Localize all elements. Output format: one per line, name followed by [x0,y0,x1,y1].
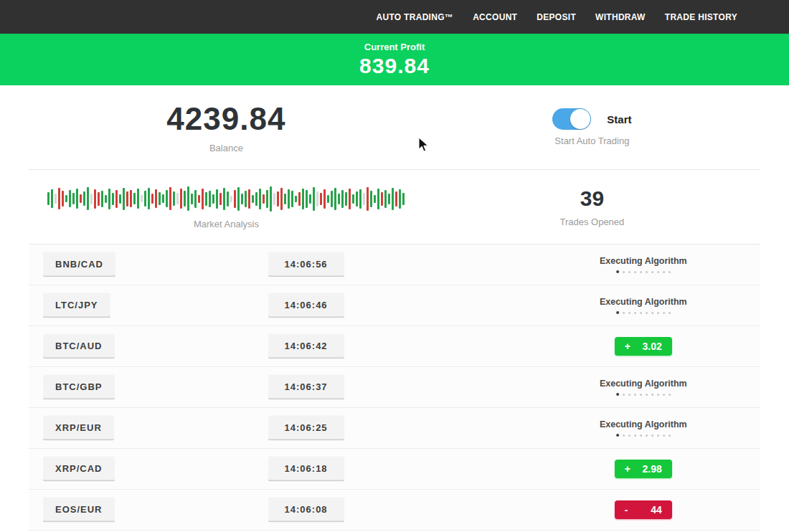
chart-bar [392,188,394,210]
chart-bar [280,188,283,210]
progress-dot [651,312,653,314]
result-amount: 2.98 [643,463,662,475]
progress-dot [651,271,653,273]
executing-algorithm-label: Executing Algorithm [600,379,687,389]
chart-bar [367,187,369,211]
trade-row: XRP/EUR 14:06:25 Executing Algorithm [29,408,760,449]
progress-dot [646,394,648,396]
progress-dot [634,394,636,396]
progress-dot [663,394,665,396]
nav-item-account[interactable]: ACCOUNT [473,12,517,22]
progress-dot [623,394,625,396]
chart-bar [295,196,297,202]
nav-item-auto-trading[interactable]: AUTO TRADING™ [376,12,453,22]
chart-bar [309,194,311,204]
progress-dot [628,312,630,314]
chart-bar [302,189,304,209]
pair-badge: LTC/JPY [43,293,110,318]
progress-dot [668,312,671,314]
chart-bar [341,190,344,208]
chart-bar [241,194,243,204]
chart-bar [363,193,365,205]
chart-bar [58,188,60,209]
chart-bar [273,193,275,205]
chart-bar [101,191,103,207]
balance-label: Balance [209,143,243,153]
progress-dots [616,393,671,396]
pair-badge: EOS/EUR [43,498,115,523]
chart-bar [166,190,168,207]
chart-bar [277,191,279,206]
chart-bar [219,193,222,205]
pair-badge: BTC/GBP [43,375,115,400]
progress-dot [640,394,642,396]
chart-bar [162,194,164,203]
chart-bar [80,194,82,203]
progress-dot [646,434,648,437]
trade-time: 14:06:18 [268,457,344,482]
chart-bar [323,189,326,209]
progress-dot [616,393,619,396]
chart-bar [148,188,150,209]
chart-bar [306,190,308,208]
nav-item-withdraw[interactable]: WITHDRAW [595,12,646,22]
trades-opened-value: 39 [580,186,604,211]
chart-bar [112,193,114,205]
chart-bar [198,195,200,203]
progress-dot [663,434,665,437]
chart-bar [395,191,397,206]
progress-dot [646,312,648,314]
chart-bar [345,192,347,206]
chart-bar [105,195,107,203]
chart-bar [237,187,240,211]
chart-bar [245,191,247,207]
chart-bar [209,191,211,207]
progress-dot [651,394,653,396]
chart-bar [313,187,315,211]
chart-bar [98,192,100,206]
chart-bar [119,194,121,204]
chart-bar [327,195,329,203]
chart-bar [159,192,161,205]
progress-dot [663,312,665,314]
chart-bar [402,193,405,205]
progress-dot [657,394,659,396]
chart-bar [331,191,333,207]
chart-bar [126,191,128,206]
nav-item-trade-history[interactable]: TRADE HISTORY [665,12,737,22]
toggle-knob [570,109,590,129]
trade-status-executing: Executing Algorithm [600,297,687,314]
chart-bar [202,189,204,209]
pair-badge: XRP/EUR [43,416,114,441]
trade-time: 14:06:25 [268,416,344,441]
trade-row: BTC/GBP 14:06:37 Executing Algorithm [29,367,760,408]
auto-trading-label: Start Auto Trading [554,136,629,146]
progress-dots [616,311,671,314]
progress-dot [628,434,630,437]
chart-bar [399,189,401,209]
balance-value: 4239.84 [166,101,285,137]
chart-bar [194,190,197,208]
progress-dots [616,434,671,437]
trade-time: 14:06:08 [268,498,344,523]
chart-bar [223,188,225,210]
chart-bar [69,190,71,207]
progress-dot [657,434,659,437]
nav-item-deposit[interactable]: DEPOSIT [537,12,576,22]
progress-dot [640,312,642,314]
trade-status-executing: Executing Algorithm [600,379,687,396]
progress-dot [616,434,619,437]
trade-time: 14:06:42 [268,334,344,359]
chart-bar [212,194,214,204]
chart-bar [263,194,265,204]
auto-trading-toggle[interactable] [552,108,591,130]
chart-bar [123,188,125,210]
result-amount: 3.02 [643,341,662,352]
chart-bar [65,195,67,202]
chart-bar [266,190,268,208]
market-section: Market Analysis 39 Trades Opened [29,170,760,244]
chart-bar [62,191,64,206]
progress-dot [668,434,671,437]
chart-bar [151,194,153,204]
chart-bar [115,190,118,208]
